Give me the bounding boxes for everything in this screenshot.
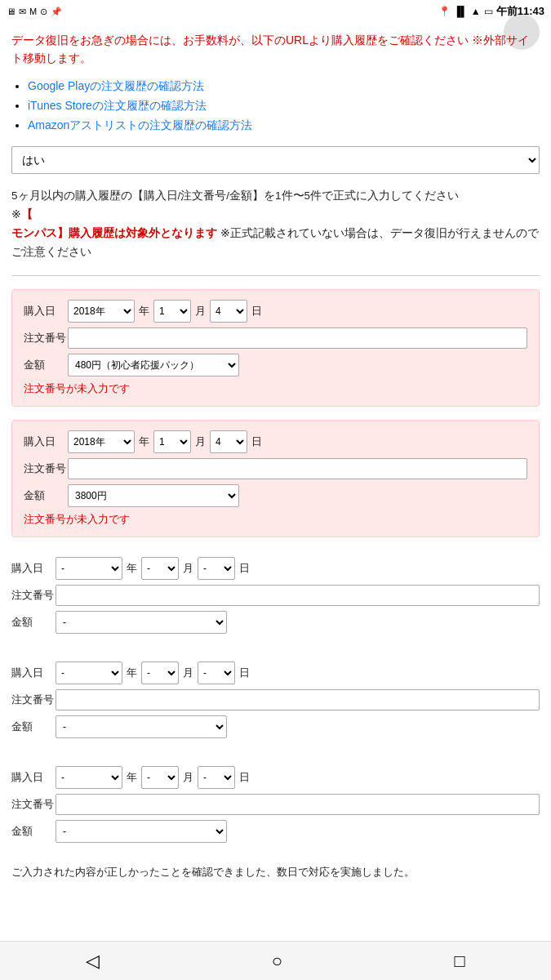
entry-card-2: 購入日 2018年 2017年 - 年 1 2 - 月 4 1 - 日 注文番号 bbox=[11, 420, 540, 537]
yes-no-select-wrapper: はい いいえ bbox=[11, 146, 540, 174]
entry3-amount-select[interactable]: - 480円（初心者応援パック） 3800円 bbox=[56, 611, 227, 634]
status-left-icons: 🖥 ✉ M ⊙ 📌 bbox=[7, 7, 62, 17]
entry4-year-select[interactable]: - 2018年 2017年 bbox=[56, 662, 122, 684]
entry3-day-select[interactable]: - 1 4 bbox=[198, 557, 235, 580]
entry1-error-msg: 注文番号が未入力です bbox=[24, 381, 527, 396]
entry2-date-row: 購入日 2018年 2017年 - 年 1 2 - 月 4 1 - 日 bbox=[24, 430, 527, 453]
wifi-icon: ▲ bbox=[471, 6, 481, 17]
entry1-day-select[interactable]: 4 1 2 3 - bbox=[210, 300, 247, 323]
entry4-order-input[interactable] bbox=[56, 689, 540, 710]
entry3-order-row: 注文番号 bbox=[11, 585, 540, 606]
label-month-2: 月 bbox=[195, 434, 206, 449]
entry2-year-select[interactable]: 2018年 2017年 - bbox=[68, 430, 135, 453]
entry2-month-select[interactable]: 1 2 - bbox=[153, 430, 191, 453]
label-day-2: 日 bbox=[251, 434, 262, 449]
label-month-5: 月 bbox=[183, 770, 193, 785]
entry5-order-row: 注文番号 bbox=[11, 794, 540, 815]
label-month-3: 月 bbox=[183, 561, 193, 576]
section-divider bbox=[11, 275, 540, 276]
entry4-day-select[interactable]: - 1 4 bbox=[198, 662, 235, 684]
entry5-month-select[interactable]: - 1 2 bbox=[141, 766, 179, 789]
entry1-amount-select[interactable]: 480円（初心者応援パック） 3800円 980円 - bbox=[68, 354, 239, 376]
clock-icon: ⊙ bbox=[40, 7, 47, 17]
app-icon-1: 🖥 bbox=[7, 7, 16, 16]
entry3-month-select[interactable]: - 1 2 bbox=[141, 557, 179, 580]
status-right: 📍 ▐▌ ▲ ▭ 午前11:43 bbox=[438, 4, 544, 19]
entry4-date-row: 購入日 - 2018年 2017年 年 - 1 2 月 - 1 4 日 bbox=[11, 662, 540, 684]
entry2-error-msg: 注文番号が未入力です bbox=[24, 512, 527, 527]
label-purchase-date-3: 購入日 bbox=[11, 561, 54, 576]
yes-no-select[interactable]: はい いいえ bbox=[11, 146, 540, 174]
entry-card-3: 購入日 - 2018年 2017年 年 - 1 2 月 - 1 4 日 注文番号 bbox=[11, 550, 540, 645]
label-year-4: 年 bbox=[127, 666, 137, 680]
entry3-order-input[interactable] bbox=[56, 585, 540, 606]
entry1-order-row: 注文番号 bbox=[24, 327, 527, 349]
list-item: iTunes Storeの注文履歴の確認方法 bbox=[28, 99, 540, 114]
entry1-order-input[interactable] bbox=[68, 327, 527, 349]
entry5-day-select[interactable]: - 1 4 bbox=[198, 766, 235, 789]
label-amount-5: 金額 bbox=[11, 824, 54, 839]
label-order-5: 注文番号 bbox=[11, 797, 54, 812]
label-amount-1: 金額 bbox=[24, 358, 66, 372]
battery-icon: ▭ bbox=[484, 6, 493, 17]
header-notice: データ復旧をお急ぎの場合には、お手数料が、以下のURLより購入履歴をご確認くださ… bbox=[11, 31, 540, 68]
label-day-3: 日 bbox=[239, 561, 250, 576]
label-purchase-date-5: 購入日 bbox=[11, 770, 54, 785]
itunes-link[interactable]: iTunes Storeの注文履歴の確認方法 bbox=[28, 99, 207, 112]
label-day-1: 日 bbox=[251, 304, 262, 318]
label-amount-4: 金額 bbox=[11, 719, 54, 734]
status-bar: 🖥 ✉ M ⊙ 📌 📍 ▐▌ ▲ ▭ 午前11:43 bbox=[0, 0, 551, 23]
label-year-2: 年 bbox=[139, 434, 149, 449]
links-list: Google Playの注文履歴の確認方法 iTunes Storeの注文履歴の… bbox=[11, 79, 540, 133]
entry4-order-row: 注文番号 bbox=[11, 689, 540, 710]
entry2-order-row: 注文番号 bbox=[24, 458, 527, 479]
label-day-5: 日 bbox=[239, 770, 250, 785]
bracket-red: 【 bbox=[21, 208, 33, 220]
entry3-amount-row: 金額 - 480円（初心者応援パック） 3800円 bbox=[11, 611, 540, 634]
label-order-3: 注文番号 bbox=[11, 588, 54, 603]
mail-icon: ✉ bbox=[19, 7, 26, 17]
info-line3: モンパス】購入履歴は対象外となります ※正式記載されていない場合は、データ復旧が… bbox=[11, 225, 540, 262]
entry4-month-select[interactable]: - 1 2 bbox=[141, 662, 179, 684]
entry-card-4: 購入日 - 2018年 2017年 年 - 1 2 月 - 1 4 日 注文番号 bbox=[11, 655, 540, 750]
entry2-amount-select[interactable]: 3800円 480円（初心者応援パック） - bbox=[68, 484, 239, 507]
entry5-year-select[interactable]: - 2018年 2017年 bbox=[56, 766, 122, 789]
entry5-amount-row: 金額 - 480円（初心者応援パック） 3800円 bbox=[11, 820, 540, 843]
label-year-1: 年 bbox=[139, 304, 149, 318]
label-month-1: 月 bbox=[195, 304, 206, 318]
entry2-day-select[interactable]: 4 1 - bbox=[210, 430, 247, 453]
entry-card-5: 購入日 - 2018年 2017年 年 - 1 2 月 - 1 4 日 注文番号 bbox=[11, 760, 540, 854]
pin-icon: 📌 bbox=[51, 7, 62, 17]
info-section: 5ヶ月以内の購入履歴の【購入日/注文番号/金額】を1件〜5件で正式に入力してくだ… bbox=[11, 187, 540, 262]
amazon-link[interactable]: Amazonアストリストの注文履歴の確認方法 bbox=[28, 118, 252, 131]
label-purchase-date-1: 購入日 bbox=[24, 304, 66, 318]
entry3-year-select[interactable]: - 2018年 2017年 bbox=[56, 557, 122, 580]
monpass-warning: モンパス】購入履歴は対象外となります bbox=[11, 227, 217, 239]
entry4-amount-select[interactable]: - 480円（初心者応援パック） 3800円 bbox=[56, 715, 227, 738]
entry2-order-input[interactable] bbox=[68, 458, 527, 479]
info-line1: 5ヶ月以内の購入履歴の【購入日/注文番号/金額】を1件〜5件で正式に入力してくだ… bbox=[11, 187, 540, 206]
label-month-4: 月 bbox=[183, 666, 193, 680]
label-order-4: 注文番号 bbox=[11, 693, 54, 707]
google-play-link[interactable]: Google Playの注文履歴の確認方法 bbox=[28, 79, 204, 92]
entry-card-1: 購入日 2018年 2017年 2016年 - 年 1 2 3 - 月 4 1 … bbox=[11, 289, 540, 407]
label-purchase-date-4: 購入日 bbox=[11, 666, 54, 680]
label-purchase-date-2: 購入日 bbox=[24, 434, 66, 449]
status-time: 午前11:43 bbox=[496, 4, 544, 19]
signal-icon: ▐▌ bbox=[454, 6, 468, 17]
entry1-year-select[interactable]: 2018年 2017年 2016年 - bbox=[68, 300, 135, 323]
entry3-date-row: 購入日 - 2018年 2017年 年 - 1 2 月 - 1 4 日 bbox=[11, 557, 540, 580]
info-line2: ※【 bbox=[11, 206, 540, 225]
label-order-2: 注文番号 bbox=[24, 461, 66, 476]
label-day-4: 日 bbox=[239, 666, 250, 680]
entry1-amount-row: 金額 480円（初心者応援パック） 3800円 980円 - bbox=[24, 354, 527, 376]
entry5-amount-select[interactable]: - 480円（初心者応援パック） 3800円 bbox=[56, 820, 227, 843]
label-amount-3: 金額 bbox=[11, 615, 54, 630]
list-item: Amazonアストリストの注文履歴の確認方法 bbox=[28, 118, 540, 133]
gmail-icon: M bbox=[29, 7, 37, 16]
entry5-date-row: 購入日 - 2018年 2017年 年 - 1 2 月 - 1 4 日 bbox=[11, 766, 540, 789]
entry5-order-input[interactable] bbox=[56, 794, 540, 815]
footer-text: ご入力された内容が正しかったことを確認できました、数日で対応を実施しました。 bbox=[11, 864, 540, 881]
list-item: Google Playの注文履歴の確認方法 bbox=[28, 79, 540, 94]
entry1-month-select[interactable]: 1 2 3 - bbox=[153, 300, 191, 323]
